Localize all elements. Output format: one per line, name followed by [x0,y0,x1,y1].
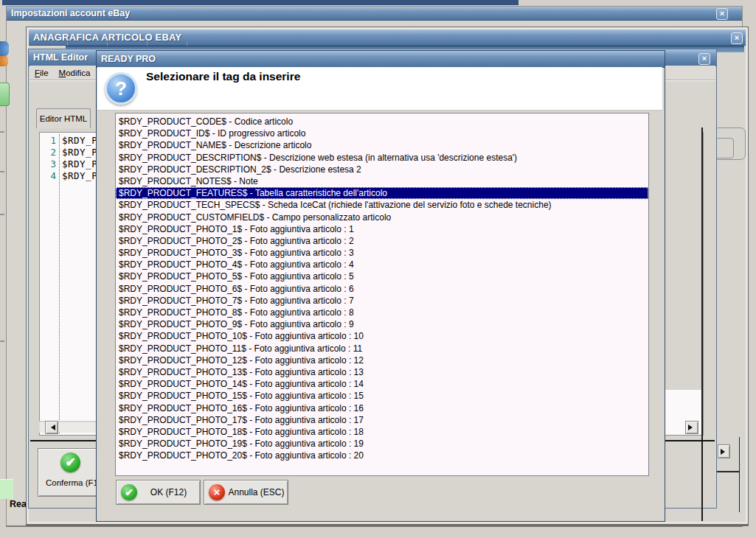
line-text: $RDY_P [58,158,97,170]
editor-scroll-left-button[interactable] [45,421,58,434]
menu-file[interactable]: File [30,67,54,79]
background-text-speck [0,214,4,215]
conferma-button-label: Conferma (F1 [38,478,102,487]
tag-list-item[interactable]: $RDY_PRODUCT_PHOTO_11$ - Foto aggiuntiva… [116,343,648,354]
ok-check-icon: ✔ [121,484,137,500]
html-editor-title: HTML Editor [29,52,88,63]
tag-list-item[interactable]: $RDY_PRODUCT_NAME$ - Descrizione articol… [116,139,648,151]
line-text: $RDY_P [58,135,97,146]
left-triangle-icon [48,425,55,430]
tag-list-item[interactable]: $RDY_PRODUCT_PHOTO_13$ - Foto aggiuntiva… [116,366,648,378]
background-text-speck [0,171,4,172]
right-triangle-icon [721,449,728,455]
anagrafica-title: ANAGRAFICA ARTICOLO EBAY [29,32,181,43]
tag-list-item[interactable]: $RDY_PRODUCT_PHOTO_12$ - Foto aggiuntiva… [116,354,648,366]
right-triangle-icon [688,425,696,430]
impostazioni-close-icon[interactable]: × [716,8,728,20]
ready-pro-titlebar: READY PRO [97,51,665,68]
line-number: 3 [40,158,58,170]
editor-scroll-right-button[interactable] [685,421,698,434]
line-number: 1 [40,135,58,147]
tag-list-item[interactable]: $RDY_PRODUCT_TECH_SPECS$ - Scheda IceCat… [116,199,648,211]
tag-list-item[interactable]: $RDY_PRODUCT_PHOTO_8$ - Foto aggiuntiva … [116,307,648,318]
tag-list-item[interactable]: $RDY_PRODUCT_DESCRIPTION$ - Descrizione … [116,152,648,164]
tab-editor-html[interactable]: Editor HTML [36,108,91,128]
tag-list-item[interactable]: $RDY_PRODUCT_PHOTO_19$ - Foto aggiuntiva… [116,438,648,450]
ok-button[interactable]: ✔ OK (F12) [116,480,201,505]
tag-list-item[interactable]: $RDY_PRODUCT_DESCRIPTION_2$ - Descrizion… [116,164,648,175]
tag-list-item[interactable]: $RDY_PRODUCT_PHOTO_2$ - Foto aggiuntiva … [116,235,648,247]
tag-list-item[interactable]: $RDY_PRODUCT_PHOTO_10$ - Foto aggiuntiva… [116,330,648,342]
question-icon: ? [105,72,137,105]
confirm-check-icon: ✔ [60,453,80,472]
anagrafica-close-icon[interactable]: × [731,32,743,44]
ready-pro-title: READY PRO [97,54,156,64]
conferma-button[interactable]: ✔ Conferma (F1 [38,448,103,497]
html-editor-close-icon[interactable]: × [698,53,710,65]
gutter-divider [59,134,60,433]
tag-list-item[interactable]: $RDY_PRODUCT_PHOTO_7$ - Foto aggiuntiva … [116,295,648,307]
ok-button-label: OK (F12) [137,487,200,497]
impostazioni-titlebar: Impostazioni account eBay [7,7,742,21]
tag-list-item[interactable]: $RDY_PRODUCT_PHOTO_3$ - Foto aggiuntiva … [116,247,648,259]
line-number: 4 [40,170,58,182]
tag-list-item[interactable]: $RDY_PRODUCT_PHOTO_16$ - Foto aggiuntiva… [116,402,648,414]
tag-list-item[interactable]: $RDY_PRODUCT_PHOTO_5$ - Foto aggiuntiva … [116,270,648,282]
tag-list-item[interactable]: $RDY_PRODUCT_FEATURES$ - Tabella caratte… [116,187,648,199]
impostazioni-title: Impostazioni account eBay [7,8,130,18]
editor-covered-area [665,83,702,390]
tag-list-item[interactable]: $RDY_PRODUCT_ID$ - ID progressivo artico… [116,127,648,139]
tag-list-item[interactable]: $RDY_PRODUCT_PHOTO_17$ - Foto aggiuntiva… [116,414,648,426]
tag-list-item[interactable]: $RDY_PRODUCT_PHOTO_6$ - Foto aggiuntiva … [116,283,648,295]
background-titlebar-fragment [2,0,519,5]
tab-editor-html-label: Editor HTML [40,114,88,123]
line-number: 2 [40,147,58,158]
background-text-speck [0,131,4,133]
anagrafica-titlebar: ANAGRAFICA ARTICOLO EBAY [29,29,746,46]
dialog-header: ? Selezionare il tag da inserire [97,67,662,111]
dialog-ready-pro: READY PRO ? Selezionare il tag da inseri… [96,50,665,522]
tag-list-item[interactable]: $RDY_PRODUCT_PHOTO_4$ - Foto aggiuntiva … [116,259,648,270]
tag-list[interactable]: $RDY_PRODUCT_CODE$ - Codice articolo $RD… [115,113,649,476]
background-icon-fragment-green [0,83,10,106]
hidden-panel-border [739,437,740,512]
editor-right-border [701,127,703,521]
tag-list-item[interactable]: $RDY_PRODUCT_PHOTO_1$ - Foto aggiuntiva … [116,223,648,235]
tag-list-item[interactable]: $RDY_PRODUCT_NOTES$ - Note [116,175,648,187]
menu-modifica[interactable]: Modifica [54,67,96,79]
background-text-speck [0,340,4,342]
annulla-button[interactable]: × Annulla (ESC) [204,480,288,505]
tag-list-item[interactable]: $RDY_PRODUCT_PHOTO_20$ - Foto aggiuntiva… [116,450,648,461]
annulla-x-icon: × [209,484,225,500]
annulla-button-label: Annulla (ESC) [225,487,288,497]
tag-list-item[interactable]: $RDY_PRODUCT_PHOTO_14$ - Foto aggiuntiva… [116,378,648,390]
tag-list-item[interactable]: $RDY_PRODUCT_CUSTOMFIELD$ - Campo person… [116,212,648,223]
tag-list-item[interactable]: $RDY_PRODUCT_PHOTO_15$ - Foto aggiuntiva… [116,390,648,402]
background-icon-fragment-orange [0,56,8,66]
hidden-scroll-right-button[interactable] [718,444,730,458]
tag-list-item[interactable]: $RDY_PRODUCT_PHOTO_9$ - Foto aggiuntiva … [116,318,648,330]
background-icon-fragment-blue [0,41,9,56]
tag-list-item[interactable]: $RDY_PRODUCT_PHOTO_18$ - Foto aggiuntiva… [116,426,648,438]
background-panel-fragment-green [0,479,13,499]
hidden-panel-border [717,471,740,472]
tag-list-item[interactable]: $RDY_PRODUCT_CODE$ - Codice articolo [116,116,648,127]
line-text: $RDY_P [58,170,97,181]
dialog-heading: Selezionare il tag da inserire [146,70,300,83]
line-text: $RDY_P [58,147,97,158]
